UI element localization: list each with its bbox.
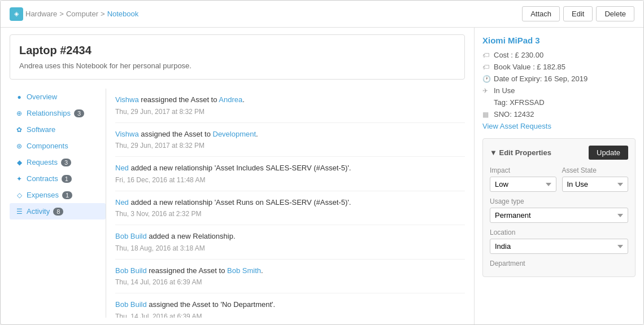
breadcrumb-part-1: Hardware [25,10,57,18]
nav-item-expenses[interactable]: ◇Expenses1 [10,187,106,203]
view-asset-requests-link[interactable]: View Asset Requests [482,122,636,130]
asset-description: Andrea uses this Notebook for her person… [19,62,455,70]
asset-property: ▦SNO: 12432 [482,110,636,118]
activity-text: Ned added a new relationship 'Asset Incl… [115,164,351,172]
nav-item-label-overview: Overview [27,93,57,101]
impact-label: Impact [490,166,556,174]
activity-timestamp: Thu, 3 Nov, 2016 at 2:32 PM [115,209,465,219]
edit-properties-title: ▼ Edit Properties [490,148,551,157]
asset-property: 🕐Date of Expiry: 16 Sep, 2019 [482,74,636,83]
nav-item-label-software: Software [27,125,55,134]
grid-icon: ▦ [482,111,490,118]
nav-item-count-relationships: 3 [74,109,84,117]
tag-icon: 🏷 [482,63,490,71]
property-text: Book Value : £ 182.85 [494,63,565,71]
location-select[interactable]: IndiaUSAUK [490,239,628,254]
activity-timestamp: Thu, 29 Jun, 2017 at 8:32 PM [115,140,465,151]
nav-item-label-contracts: Contracts [27,174,58,183]
nav-item-relationships[interactable]: ⊕Relationships3 [10,105,106,121]
activity-item: Vishwa assigned the Asset to Development… [115,123,465,157]
activity-timestamp: Thu, 14 Jul, 2016 at 6:39 AM [115,277,465,287]
nav-item-count-contracts: 1 [62,175,72,183]
breadcrumb-part-2: Computer [66,10,98,18]
activity-item: Ned added a new relationship 'Asset Incl… [115,157,465,191]
activity-link[interactable]: Bob Build [115,266,147,275]
nav-item-count-requests: 3 [61,159,71,166]
activity-item: Vishwa reassigned the Asset to Andrea.Th… [115,89,465,123]
activity-timestamp: Thu, 14 Jul, 2016 at 6:39 AM [115,311,465,318]
breadcrumb-part-3[interactable]: Notebook [107,10,139,18]
asset-property: 🏷Cost : £ 230.00 [482,51,636,59]
property-text: Tag: XFRSSAD [494,98,545,107]
activity-text: Vishwa assigned the Asset to Development… [115,130,258,138]
property-text: In Use [494,86,515,95]
usage-type-label: Usage type [490,197,628,205]
asset-card: Laptop #2434 Andrea uses this Notebook f… [10,34,465,80]
property-text: Date of Expiry: 16 Sep, 2019 [494,74,588,83]
update-button[interactable]: Update [589,146,628,160]
activity-text: Bob Build added a new Relationship. [115,232,236,240]
expenses-icon: ◇ [15,191,23,199]
asset-property: Tag: XFRSSAD [482,98,636,107]
property-text: Cost : £ 230.00 [494,51,543,59]
asset-name-title: Xiomi MiPad 3 [482,36,636,45]
activity-text: Bob Build assigned the Asset to 'No Depa… [115,300,275,309]
right-panel: Xiomi MiPad 3🏷Cost : £ 230.00🏷Book Value… [474,28,643,324]
components-icon: ⊛ [15,142,23,150]
asset-state-select[interactable]: In UseIn StoreIn RepairDisposed [562,177,629,192]
nav-item-activity[interactable]: ☰Activity8 [10,203,106,219]
activity-link[interactable]: Bob Build [115,232,147,240]
requests-icon: ◆ [15,159,23,166]
tag-icon: 🏷 [482,51,490,59]
activity-link[interactable]: Vishwa [115,130,139,138]
delete-button[interactable]: Delete [596,6,634,21]
nav-item-label-activity: Activity [27,207,50,216]
activity-link[interactable]: Bob Smith [227,266,261,275]
nav-item-overview[interactable]: ●Overview [10,89,106,105]
asset-state-label: Asset State [562,166,629,174]
usage-type-select[interactable]: PermanentTemporaryLoaner [490,208,628,223]
nav-item-components[interactable]: ⊛Components [10,138,106,154]
asset-title: Laptop #2434 [19,44,455,57]
impact-select[interactable]: LowMediumHigh [490,177,556,192]
activity-item: Bob Build reassigned the Asset to Bob Sm… [115,260,465,294]
activity-link[interactable]: Andrea [219,95,242,104]
activity-text: Ned added a new relationship 'Asset Runs… [115,198,351,207]
nav-item-count-expenses: 1 [62,191,72,199]
software-icon: ✿ [15,126,23,134]
edit-button[interactable]: Edit [563,6,593,21]
activity-link[interactable]: Bob Build [115,300,147,309]
asset-property: ✈In Use [482,86,636,95]
activity-text: Vishwa reassigned the Asset to Andrea. [115,95,245,104]
activity-feed: Vishwa reassigned the Asset to Andrea.Th… [106,89,465,318]
activity-timestamp: Fri, 16 Dec, 2016 at 11:48 AM [115,175,465,185]
edit-properties-section: ▼ Edit PropertiesUpdateImpactLowMediumHi… [482,138,636,277]
activity-item: Ned added a new relationship 'Asset Runs… [115,191,465,226]
nav-item-label-requests: Requests [27,158,58,166]
attach-button[interactable]: Attach [522,6,560,21]
activity-icon: ☰ [15,208,23,216]
nav-item-label-components: Components [27,142,68,150]
nav-item-requests[interactable]: ◆Requests3 [10,154,106,170]
nav-item-software[interactable]: ✿Software [10,121,106,138]
side-nav: ●Overview⊕Relationships3✿Software⊛Compon… [10,89,106,318]
contracts-icon: ✦ [15,175,23,183]
app-icon: ◈ [10,7,23,21]
activity-link[interactable]: Development [213,130,256,138]
activity-item: Bob Build assigned the Asset to 'No Depa… [115,293,465,318]
nav-item-contracts[interactable]: ✦Contracts1 [10,170,106,187]
nav-item-label-expenses: Expenses [27,191,59,199]
activity-timestamp: Thu, 18 Aug, 2016 at 3:18 AM [115,243,465,253]
nav-item-label-relationships: Relationships [27,109,71,117]
department-label: Department [490,260,628,267]
activity-text: Bob Build reassigned the Asset to Bob Sm… [115,266,263,275]
relationships-icon: ⊕ [15,109,23,117]
nav-item-count-activity: 8 [53,208,63,216]
asset-property: 🏷Book Value : £ 182.85 [482,63,636,71]
activity-link[interactable]: Ned [115,198,129,207]
breadcrumb: ◈ Hardware > Computer > Notebook [10,7,138,21]
activity-timestamp: Thu, 29 Jun, 2017 at 8:32 PM [115,107,465,117]
activity-item: Bob Build added a new Relationship.Thu, … [115,225,465,260]
activity-link[interactable]: Ned [115,164,129,172]
activity-link[interactable]: Vishwa [115,95,139,104]
